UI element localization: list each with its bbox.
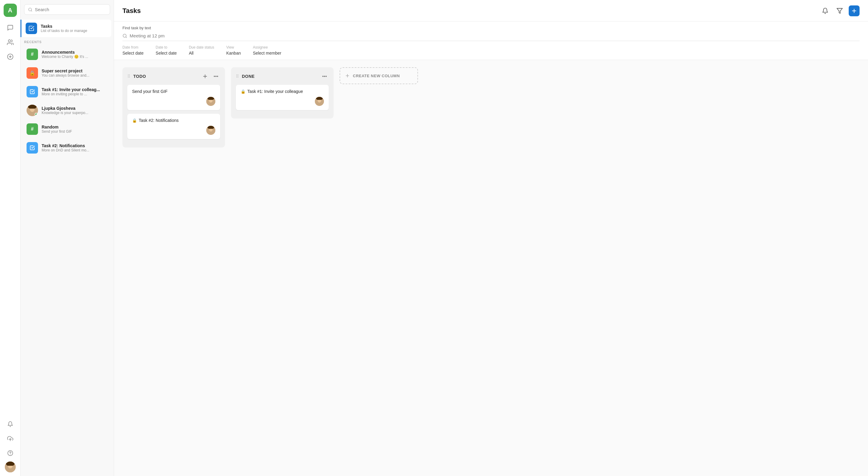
ljupka-subtitle: Knowledge is your superpo... [42, 111, 88, 115]
task1-subtitle: More on inviting people to ... [42, 92, 100, 96]
view-value[interactable]: Kanban [226, 51, 241, 56]
add-workspace-btn[interactable] [4, 51, 16, 63]
task1-icon [27, 86, 38, 97]
icon-bar: A [0, 0, 21, 476]
task-notifications-title: 🔒 Task #2: Notifications [132, 118, 215, 123]
bell-button[interactable] [820, 5, 831, 16]
secret-title: Super secret project [42, 68, 89, 73]
task-invite-avatar [315, 97, 324, 106]
ljupka-text: Ljupka Gjosheva Knowledge is your superp… [42, 106, 88, 115]
sidebar: Tasks List of tasks to do or manage RECE… [21, 0, 114, 476]
tasks-item-text: Tasks List of tasks to do or manage [41, 24, 87, 33]
task2-text: Task #2: Notifications More on DnD and S… [42, 143, 89, 152]
task-gif-footer [132, 97, 215, 106]
task-card-gif[interactable]: Send your first GIF [127, 85, 220, 110]
secret-icon: 🔒 [27, 67, 38, 79]
page-title: Tasks [122, 7, 141, 15]
announcements-title: Announcements [42, 50, 88, 55]
view-label: View [226, 45, 241, 50]
svg-rect-9 [6, 462, 14, 466]
help-icon-btn[interactable] [4, 447, 16, 459]
due-date-value[interactable]: All [189, 51, 214, 56]
view-filter: View Kanban [226, 45, 241, 56]
create-column-button[interactable]: CREATE NEW COLUMN [340, 67, 418, 84]
date-to-value[interactable]: Select date [156, 51, 177, 56]
task2-icon [27, 142, 38, 153]
tasks-item-subtitle: List of tasks to do or manage [41, 29, 87, 33]
search-icon [28, 7, 33, 12]
svg-point-0 [8, 40, 10, 42]
svg-point-37 [326, 76, 326, 77]
task1-text: Task #1: Invite your colleag... More on … [42, 87, 100, 96]
sidebar-item-task1[interactable]: Task #1: Invite your colleag... More on … [23, 83, 111, 100]
create-column-plus-icon [345, 73, 350, 78]
cloud-icon-btn[interactable] [4, 433, 16, 445]
ljupka-title: Ljupka Gjosheva [42, 106, 88, 111]
random-text: Random Send your first GIF [42, 125, 72, 133]
find-task-label: Find task by text [122, 26, 860, 30]
add-task-button[interactable] [849, 5, 860, 16]
date-from-filter: Date from Select date [122, 45, 144, 56]
column-todo-header: ⠿ TODO [127, 72, 220, 81]
task-invite-title: 🔒 Task #1: Invite your colleague [241, 89, 324, 94]
todo-more-btn[interactable] [212, 72, 220, 81]
due-date-filter: Due date status All [189, 45, 214, 56]
done-more-btn[interactable] [320, 72, 329, 81]
todo-column-title: TODO [133, 74, 198, 79]
random-title: Random [42, 125, 72, 129]
kanban-board: ⠿ TODO Send your first GIF [114, 60, 868, 476]
search-input[interactable] [35, 7, 106, 12]
svg-point-36 [324, 76, 325, 77]
sidebar-item-random[interactable]: # Random Send your first GIF [23, 120, 111, 138]
main-content: Tasks Find task by text Date from Select… [114, 0, 868, 476]
find-search-icon [122, 33, 127, 38]
sidebar-item-ljupka[interactable]: Ljupka Gjosheva Knowledge is your superp… [23, 102, 111, 119]
done-drag-handle[interactable]: ⠿ [236, 74, 238, 79]
sidebar-item-secret[interactable]: 🔒 Super secret project You can always br… [23, 64, 111, 82]
svg-point-24 [214, 76, 215, 77]
find-task-input[interactable] [130, 33, 860, 38]
task-card-invite[interactable]: 🔒 Task #1: Invite your colleague [236, 85, 329, 110]
header-actions [820, 5, 860, 16]
svg-line-12 [31, 10, 32, 11]
done-column-title: DONE [242, 74, 318, 79]
secret-text: Super secret project You can always brow… [42, 68, 89, 78]
task-notifications-footer [132, 126, 215, 135]
task2-subtitle: More on DnD and Silent mo... [42, 148, 89, 152]
svg-line-21 [126, 37, 127, 38]
filter-bar: Find task by text Date from Select date … [114, 22, 868, 60]
task-card-notifications[interactable]: 🔒 Task #2: Notifications [127, 114, 220, 139]
announcements-text: Announcements Welcome to Chanty 🙂 It's .… [42, 50, 88, 59]
lock-icon-notifications: 🔒 [132, 118, 137, 123]
sidebar-item-announcements[interactable]: # Announcements Welcome to Chanty 🙂 It's… [23, 46, 111, 63]
date-to-filter: Date to Select date [156, 45, 177, 56]
tasks-item-title: Tasks [41, 24, 87, 29]
todo-drag-handle[interactable]: ⠿ [127, 74, 130, 79]
date-to-label: Date to [156, 45, 177, 50]
svg-point-35 [323, 76, 323, 77]
search-bar[interactable] [24, 4, 110, 15]
svg-point-25 [216, 76, 216, 77]
chat-icon-btn[interactable] [4, 22, 16, 34]
todo-add-btn[interactable] [201, 72, 209, 81]
svg-marker-17 [837, 8, 842, 13]
sidebar-item-tasks[interactable]: Tasks List of tasks to do or manage [21, 20, 111, 37]
date-from-label: Date from [122, 45, 144, 50]
notifications-icon-btn[interactable] [4, 418, 16, 430]
user-avatar[interactable] [5, 462, 16, 472]
app-avatar[interactable]: A [4, 4, 17, 17]
assignee-filter: Assignee Select member [253, 45, 281, 56]
date-from-value[interactable]: Select date [122, 51, 144, 56]
ljupka-avatar [27, 105, 38, 116]
column-todo: ⠿ TODO Send your first GIF [122, 67, 225, 148]
task-gif-title: Send your first GIF [132, 89, 215, 94]
contacts-icon-btn[interactable] [4, 36, 16, 48]
announcements-icon: # [27, 49, 38, 60]
sidebar-item-task2[interactable]: Task #2: Notifications More on DnD and S… [23, 139, 111, 156]
assignee-value[interactable]: Select member [253, 51, 281, 56]
svg-rect-33 [208, 126, 214, 129]
secret-subtitle: You can always browse and... [42, 73, 89, 78]
svg-point-26 [217, 76, 218, 77]
filter-button[interactable] [834, 5, 845, 16]
lock-icon-invite: 🔒 [241, 89, 246, 94]
